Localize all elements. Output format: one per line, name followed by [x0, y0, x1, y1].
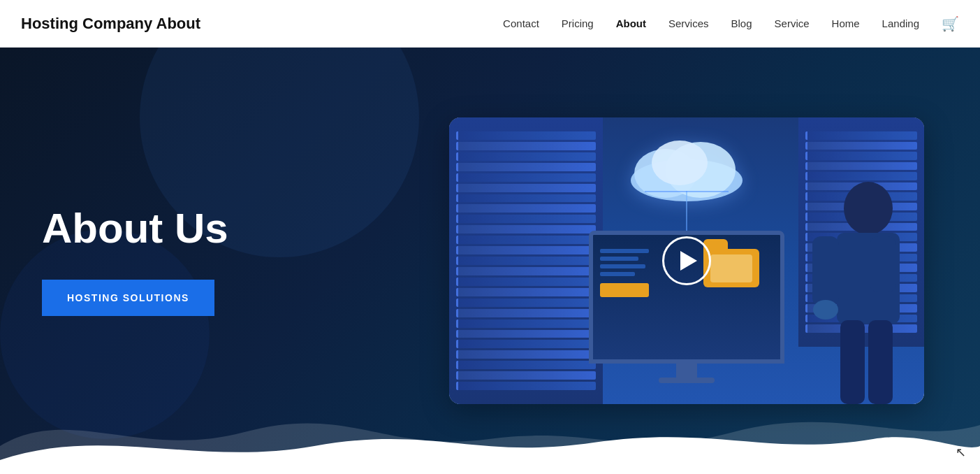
person-silhouette: [798, 180, 910, 404]
hero-illustration: [449, 117, 924, 404]
monitor-stand: [676, 364, 697, 378]
hero-title: About Us: [42, 206, 228, 252]
nav-item-blog[interactable]: Blog: [731, 17, 752, 30]
server-unit: [456, 225, 596, 234]
folder-icon: [703, 249, 759, 287]
server-unit: [456, 330, 596, 338]
nav-item-services[interactable]: Services: [668, 17, 709, 30]
screen-lines: [600, 249, 649, 297]
server-unit: [456, 142, 596, 150]
server-unit: [456, 215, 596, 223]
illustration-inner: [449, 117, 924, 404]
nav-item-service[interactable]: Service: [775, 17, 810, 30]
server-unit: [456, 173, 596, 182]
hero-content: About Us HOSTING SOLUTIONS: [42, 206, 228, 316]
server-unit: [456, 309, 596, 317]
server-unit: [456, 152, 596, 161]
hosting-solutions-button[interactable]: HOSTING SOLUTIONS: [42, 280, 214, 316]
server-unit: [456, 288, 596, 296]
play-icon: [680, 251, 697, 271]
server-unit: [456, 131, 596, 140]
nav-item-landing[interactable]: Landing: [882, 17, 919, 30]
hero-section: About Us HOSTING SOLUTIONS: [0, 48, 980, 474]
nav-item-cart[interactable]: 🛒: [942, 15, 959, 32]
server-unit: [456, 236, 596, 244]
server-unit: [456, 319, 596, 328]
server-unit: [456, 204, 596, 213]
svg-rect-7: [870, 236, 896, 292]
monitor-base: [659, 378, 715, 383]
server-unit: [456, 299, 596, 307]
nav-links: Contact Pricing About Services Blog Serv…: [503, 15, 959, 32]
nav-item-contact[interactable]: Contact: [503, 17, 539, 30]
folder-paper: [710, 254, 752, 282]
server-unit: [456, 278, 596, 286]
server-unit: [456, 194, 596, 203]
folder-body: [703, 249, 759, 287]
brand-logo[interactable]: Hosting Company About: [21, 15, 200, 33]
cursor-indicator: ↖: [956, 445, 966, 460]
server-unit: [456, 257, 596, 265]
server-unit: [456, 163, 596, 171]
server-unit: [805, 142, 917, 150]
server-unit: [456, 361, 596, 369]
server-unit: [456, 340, 596, 348]
server-unit: [805, 162, 917, 171]
svg-point-8: [813, 300, 838, 319]
server-unit: [456, 371, 596, 380]
nav-item-pricing[interactable]: Pricing: [562, 17, 594, 30]
hero-wave: [0, 390, 980, 474]
server-unit: [805, 172, 917, 180]
svg-point-3: [652, 141, 708, 185]
server-unit: [805, 131, 917, 140]
server-unit: [456, 350, 596, 359]
cloud-line-horizontal: [645, 191, 729, 192]
nav-item-home[interactable]: Home: [832, 17, 860, 30]
server-unit: [456, 184, 596, 192]
nav-item-about[interactable]: About: [616, 17, 646, 30]
server-unit: [456, 267, 596, 275]
server-rack-left: [449, 117, 603, 404]
server-unit: [456, 382, 596, 390]
svg-rect-6: [812, 236, 839, 306]
svg-point-4: [844, 182, 893, 235]
server-unit: [456, 246, 596, 254]
server-unit: [805, 152, 917, 160]
play-button[interactable]: [662, 236, 711, 285]
cart-icon[interactable]: 🛒: [942, 16, 959, 31]
navbar: Hosting Company About Contact Pricing Ab…: [0, 0, 980, 48]
